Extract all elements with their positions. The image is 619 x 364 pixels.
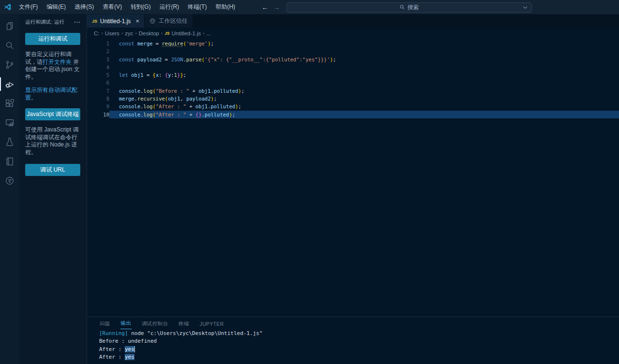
code-token: ; <box>241 88 244 94</box>
js-debug-terminal-button[interactable]: JavaScript 调试终端 <box>25 108 80 120</box>
menu-item[interactable]: 转到(G) <box>126 1 155 13</box>
tab-label: 工作区信任 <box>159 17 188 25</box>
vscode-window: 文件(F)编辑(E)选择(S)查看(V)转到(G)运行(R)终端(T)帮助(H)… <box>0 0 619 364</box>
code-text: const payload2 = JSON.parse('{"x": {"__p… <box>109 56 619 63</box>
extensions-icon[interactable] <box>0 94 19 113</box>
forward-arrow-icon[interactable]: → <box>272 3 281 11</box>
code-token: log <box>144 112 153 117</box>
code-line[interactable]: 4 <box>87 63 619 71</box>
more-actions-icon[interactable]: ··· <box>74 19 81 25</box>
search-icon[interactable] <box>0 36 19 55</box>
testing-icon[interactable] <box>0 132 19 152</box>
code-token: "After : " <box>156 103 186 109</box>
panel-tab-JUPYTER[interactable]: JUPYTER <box>199 319 224 329</box>
code-token: = <box>144 72 153 78</box>
code-line[interactable]: 7console.log("Before : " + obj1.polluted… <box>87 87 619 95</box>
code-line[interactable]: 1const merge = require('merge'); <box>87 40 619 47</box>
breadcrumb-item[interactable]: Users <box>105 30 119 36</box>
code-line[interactable]: 8merge.recursive(obj1, payload2); <box>87 95 619 102</box>
run-debug-sidebar: 运行和调试: 运行 ··· 运行和调试 要自定义运行和调试，请打开文件夹 并创建… <box>19 15 87 364</box>
breadcrumb-item[interactable]: Untitled-1.js <box>172 30 201 36</box>
code-token: 'merge' <box>186 41 207 46</box>
code-line[interactable]: 3const payload2 = JSON.parse('{"x": {"__… <box>87 56 619 63</box>
code-token: = <box>162 57 171 62</box>
output-line: [Running] node "c:\Users\zyc\Desktop\Unt… <box>99 330 619 337</box>
code-line[interactable]: 9console.log("After : " + obj1.polluted)… <box>87 102 619 110</box>
code-token: polluted <box>214 88 238 94</box>
code-text <box>109 79 619 87</box>
breadcrumb-item[interactable]: C: <box>94 30 100 36</box>
line-number: 7 <box>87 87 109 95</box>
menu-item[interactable]: 运行(R) <box>155 1 184 13</box>
menu-item[interactable]: 文件(F) <box>15 1 42 13</box>
menu-item[interactable]: 帮助(H) <box>211 1 240 13</box>
run-debug-icon[interactable] <box>0 74 19 94</box>
output-text: yes <box>125 354 134 360</box>
code-line[interactable]: 2 <box>87 47 619 55</box>
menu-item[interactable]: 终端(T) <box>183 1 211 13</box>
remote-explorer-icon[interactable] <box>0 113 19 132</box>
panel-tab-调试控制台[interactable]: 调试控制台 <box>141 318 168 329</box>
output-line: After : yes <box>99 346 619 353</box>
breadcrumb-item[interactable]: Desktop <box>139 30 159 36</box>
tab-Untitled-1.js[interactable]: JSUntitled-1.js× <box>87 15 145 28</box>
search-input[interactable]: 搜索 <box>286 2 532 13</box>
code-token: obj1 <box>195 103 207 109</box>
titlebar: 文件(F)编辑(E)选择(S)查看(V)转到(G)运行(R)终端(T)帮助(H)… <box>0 0 619 15</box>
code-token: require <box>162 41 183 46</box>
js-debug-terminal-text: 可使用 JavaScript 调试终端调试在命令行上运行的 Node.js 进程… <box>25 126 81 156</box>
chevron-down-icon[interactable] <box>522 4 528 12</box>
code-token: JSON <box>171 57 183 62</box>
code-line[interactable]: 6 <box>87 79 619 87</box>
breadcrumb-separator-icon: › <box>203 30 204 36</box>
code-token: log <box>144 88 153 94</box>
search-label: 搜索 <box>408 3 419 12</box>
run-and-debug-button[interactable]: 运行和调试 <box>25 33 80 45</box>
code-token: merge <box>137 41 153 46</box>
explorer-icon[interactable] <box>0 16 19 36</box>
source-control-icon[interactable] <box>0 55 19 74</box>
code-token: ; <box>214 96 217 102</box>
line-number: 9 <box>87 102 109 110</box>
code-text <box>109 47 619 55</box>
code-token: log <box>144 103 153 109</box>
show-auto-debug-configs-link[interactable]: 显示所有自动调试配置。 <box>25 87 81 102</box>
code-token: + <box>189 88 198 94</box>
panel-tab-终端[interactable]: 终端 <box>178 318 190 329</box>
sidebar-title: 运行和调试: 运行 <box>25 19 64 26</box>
breadcrumb-item[interactable]: ... <box>206 30 211 36</box>
code-token: = <box>153 41 162 46</box>
code-editor[interactable]: 1const merge = require('merge');23const … <box>87 39 619 317</box>
output-console[interactable]: [Running] node "c:\Users\zyc\Desktop\Unt… <box>87 330 619 364</box>
kernel-icon[interactable] <box>0 171 19 190</box>
code-token: polluted <box>211 103 236 109</box>
tab-工作区信任[interactable]: 工作区信任 <box>145 15 193 28</box>
bottom-panel: 问题输出调试控制台终端JUPYTER [Running] node "c:\Us… <box>87 317 619 364</box>
code-text: console.log("After : " + {}.polluted); <box>109 111 619 118</box>
close-icon[interactable]: × <box>135 17 139 25</box>
editor-tab-bar: JSUntitled-1.js×工作区信任 <box>87 15 619 28</box>
code-text: console.log("After : " + obj1.polluted); <box>109 102 619 110</box>
output-text: [Running] <box>99 330 128 336</box>
output-text: yes <box>125 346 135 352</box>
javascript-file-icon: JS <box>164 31 169 36</box>
debug-url-button[interactable]: 调试 URL <box>25 164 80 176</box>
line-number: 8 <box>87 95 109 102</box>
open-folder-link[interactable]: 打开文件夹 <box>43 58 72 65</box>
breadcrumb-item[interactable]: zyc <box>125 30 133 36</box>
menu-bar: 文件(F)编辑(E)选择(S)查看(V)转到(G)运行(R)终端(T)帮助(H) <box>15 1 239 13</box>
menu-item[interactable]: 编辑(E) <box>42 1 70 13</box>
code-line[interactable]: 5let obj1 = {x: {y:1}}; <box>87 71 619 79</box>
code-token: ; <box>183 72 186 78</box>
back-arrow-icon[interactable]: ← <box>260 3 270 11</box>
code-token: const <box>119 41 137 46</box>
output-text: After : <box>99 346 125 352</box>
code-token: console <box>119 88 140 94</box>
menu-item[interactable]: 查看(V) <box>98 1 126 13</box>
output-line: After : yes <box>99 353 619 361</box>
notebook-icon[interactable] <box>0 152 19 171</box>
menu-item[interactable]: 选择(S) <box>70 1 98 13</box>
code-line[interactable]: 10console.log("After : " + {}.polluted); <box>87 111 619 118</box>
panel-tab-问题[interactable]: 问题 <box>99 318 111 329</box>
panel-tab-输出[interactable]: 输出 <box>120 318 132 329</box>
